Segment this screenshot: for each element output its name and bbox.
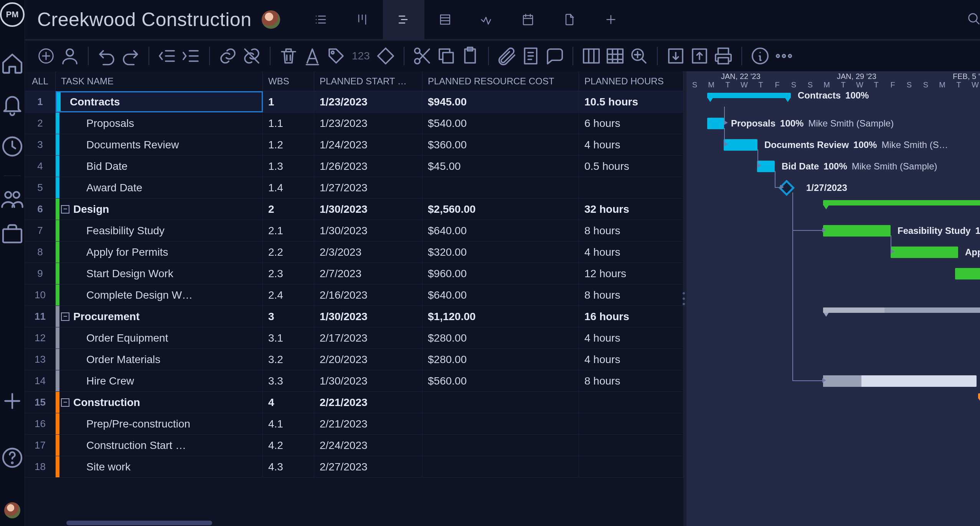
- planned-hours-cell[interactable]: 4 hours: [579, 242, 683, 263]
- planned-start-cell[interactable]: 2/7/2023: [314, 263, 422, 284]
- gantt-summary-bar[interactable]: Contracts100%: [707, 93, 791, 98]
- paste-button[interactable]: [460, 46, 480, 66]
- wbs-cell[interactable]: 3: [263, 306, 314, 327]
- task-row[interactable]: 16Prep/Pre-construction4.12/21/2023: [25, 413, 683, 435]
- wbs-cell[interactable]: 3.3: [263, 370, 314, 391]
- planned-cost-cell[interactable]: $640.00: [422, 220, 579, 241]
- collapse-toggle[interactable]: −: [61, 312, 69, 321]
- wbs-cell[interactable]: 2: [263, 199, 314, 220]
- task-name-cell[interactable]: Bid Date: [86, 160, 127, 173]
- nav-portfolio-icon[interactable]: [0, 222, 25, 247]
- gantt-task-bar[interactable]: Proposals100%Mike Smith (Sample): [707, 118, 724, 129]
- task-name-cell[interactable]: Procurement: [73, 311, 140, 323]
- planned-hours-cell[interactable]: 6 hours: [579, 113, 683, 134]
- planned-start-cell[interactable]: 2/27/2023: [314, 456, 422, 477]
- gantt-task-bar[interactable]: [955, 268, 980, 279]
- files-view-button[interactable]: [549, 0, 590, 40]
- task-row[interactable]: 17Construction Start …4.22/24/2023: [25, 435, 683, 456]
- dependency-link[interactable]: [757, 150, 758, 166]
- list-view-button[interactable]: [300, 0, 342, 40]
- task-row[interactable]: 3Documents Review1.21/24/2023$360.004 ho…: [25, 134, 683, 156]
- task-row[interactable]: 8Apply for Permits2.22/3/2023$320.004 ho…: [25, 242, 683, 263]
- gantt-lane[interactable]: Apply f: [686, 242, 980, 263]
- planned-cost-cell[interactable]: $45.00: [422, 156, 579, 177]
- col-name[interactable]: TASK NAME: [56, 71, 263, 91]
- dependency-link[interactable]: [891, 235, 891, 252]
- wbs-cell[interactable]: 1.1: [263, 113, 314, 134]
- export-button[interactable]: [689, 46, 710, 66]
- task-name-cell[interactable]: Site work: [86, 461, 130, 473]
- grid-horizontal-scrollbar[interactable]: [66, 519, 251, 526]
- task-name-cell[interactable]: Order Equipment: [86, 332, 168, 344]
- task-name-cell[interactable]: Complete Design W…: [86, 289, 193, 301]
- planned-start-cell[interactable]: 1/27/2023: [314, 177, 422, 198]
- delete-button[interactable]: [278, 46, 299, 66]
- info-button[interactable]: [750, 46, 770, 66]
- more-button[interactable]: [774, 46, 794, 66]
- planned-start-cell[interactable]: 1/30/2023: [314, 306, 422, 327]
- wbs-cell[interactable]: 3.2: [263, 349, 314, 370]
- gantt-lane[interactable]: [686, 392, 980, 413]
- nav-help-icon[interactable]: [0, 445, 25, 470]
- undo-button[interactable]: [96, 46, 117, 66]
- task-name-cell[interactable]: Design: [73, 203, 109, 215]
- wbs-cell[interactable]: 2.2: [263, 242, 314, 263]
- planned-cost-cell[interactable]: [422, 177, 579, 198]
- task-row[interactable]: 12Order Equipment3.12/17/2023$280.004 ho…: [25, 327, 683, 349]
- planned-start-cell[interactable]: 1/23/2023: [314, 113, 422, 134]
- collapse-toggle[interactable]: −: [61, 205, 69, 214]
- dependency-link[interactable]: [724, 128, 725, 145]
- gantt-lane[interactable]: [686, 199, 980, 220]
- col-planned-cost[interactable]: PLANNED RESOURCE COST: [422, 71, 579, 91]
- planned-hours-cell[interactable]: 4 hours: [579, 349, 683, 370]
- link-button[interactable]: [218, 46, 238, 66]
- task-row[interactable]: 5Award Date1.41/27/2023: [25, 177, 683, 199]
- wbs-cell[interactable]: 3.1: [263, 327, 314, 348]
- planned-hours-cell[interactable]: 0.5 hours: [579, 156, 683, 177]
- project-owner-avatar[interactable]: [262, 10, 280, 29]
- planned-start-cell[interactable]: 1/23/2023: [314, 91, 422, 112]
- gantt-lane[interactable]: [686, 284, 980, 306]
- gantt-lane[interactable]: [686, 456, 980, 478]
- planned-start-cell[interactable]: 1/30/2023: [314, 220, 422, 241]
- wbs-cell[interactable]: 1: [263, 91, 314, 112]
- task-name-cell[interactable]: Award Date: [86, 182, 142, 194]
- wbs-cell[interactable]: 2.3: [263, 263, 314, 284]
- wbs-cell[interactable]: 2.1: [263, 220, 314, 241]
- wbs-cell[interactable]: 1.2: [263, 134, 314, 155]
- wbs-cell[interactable]: 4.1: [263, 413, 314, 434]
- task-row[interactable]: 18Site work4.32/27/2023: [25, 456, 683, 478]
- gantt-summary-bar[interactable]: [823, 307, 980, 313]
- dependency-link[interactable]: [792, 192, 823, 381]
- task-row[interactable]: 6−Design21/30/2023$2,560.0032 hours: [25, 199, 683, 220]
- task-row[interactable]: 2Proposals1.11/23/2023$540.006 hours: [25, 113, 683, 134]
- nav-home-icon[interactable]: [0, 51, 25, 76]
- planned-cost-cell[interactable]: [422, 413, 579, 434]
- cut-button[interactable]: [412, 46, 433, 66]
- gantt-chart[interactable]: JAN, 22 '23JAN, 29 '23FEB, 5 '23 SMTWTFS…: [686, 71, 980, 526]
- wbs-cell[interactable]: 1.3: [263, 156, 314, 177]
- planned-hours-cell[interactable]: 8 hours: [579, 284, 683, 306]
- task-row[interactable]: 11−Procurement31/30/2023$1,120.0016 hour…: [25, 306, 683, 327]
- copy-button[interactable]: [436, 46, 457, 66]
- planned-start-cell[interactable]: 2/21/2023: [314, 413, 422, 434]
- planned-cost-cell[interactable]: $320.00: [422, 242, 579, 263]
- wbs-cell[interactable]: 1.4: [263, 177, 314, 198]
- planned-hours-cell[interactable]: 4 hours: [579, 134, 683, 155]
- gantt-lane[interactable]: [686, 263, 980, 284]
- planned-hours-cell[interactable]: 4 hours: [579, 327, 683, 348]
- task-name-cell[interactable]: Start Design Work: [86, 268, 173, 280]
- gantt-lane[interactable]: Feasibility Study10: [686, 220, 980, 242]
- planned-cost-cell[interactable]: $640.00: [422, 284, 579, 306]
- gantt-summary-bar[interactable]: [823, 200, 980, 205]
- task-name-cell[interactable]: Construction Start …: [86, 439, 186, 452]
- collapse-toggle[interactable]: −: [61, 398, 69, 407]
- wbs-cell[interactable]: 4.2: [263, 435, 314, 456]
- planned-hours-cell[interactable]: 8 hours: [579, 370, 683, 391]
- planned-cost-cell[interactable]: $1,120.00: [422, 306, 579, 327]
- planned-cost-cell[interactable]: $2,560.00: [422, 199, 579, 220]
- gantt-lane[interactable]: [686, 349, 980, 370]
- task-row[interactable]: 10Complete Design W…2.42/16/2023$640.008…: [25, 284, 683, 306]
- planned-cost-cell[interactable]: [422, 456, 579, 477]
- print-button[interactable]: [713, 46, 734, 66]
